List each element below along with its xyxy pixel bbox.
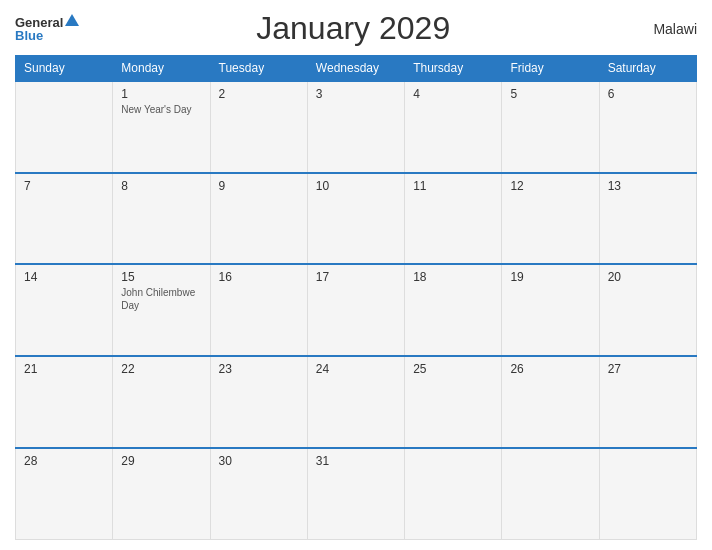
logo-blue-text: Blue bbox=[15, 29, 43, 42]
weekday-header: Saturday bbox=[599, 56, 696, 82]
calendar-week-row: 21222324252627 bbox=[16, 356, 697, 448]
calendar-week-row: 78910111213 bbox=[16, 173, 697, 265]
calendar-day-cell: 14 bbox=[16, 264, 113, 356]
day-number: 29 bbox=[121, 454, 201, 468]
calendar-day-cell bbox=[502, 448, 599, 540]
day-number: 21 bbox=[24, 362, 104, 376]
day-number: 26 bbox=[510, 362, 590, 376]
day-number: 3 bbox=[316, 87, 396, 101]
calendar-day-cell: 5 bbox=[502, 81, 599, 173]
calendar-day-cell bbox=[599, 448, 696, 540]
day-number: 18 bbox=[413, 270, 493, 284]
calendar-day-cell: 20 bbox=[599, 264, 696, 356]
day-number: 27 bbox=[608, 362, 688, 376]
calendar-day-cell: 29 bbox=[113, 448, 210, 540]
calendar-day-cell: 12 bbox=[502, 173, 599, 265]
day-number: 4 bbox=[413, 87, 493, 101]
day-number: 13 bbox=[608, 179, 688, 193]
day-number: 1 bbox=[121, 87, 201, 101]
calendar-day-cell: 19 bbox=[502, 264, 599, 356]
day-number: 24 bbox=[316, 362, 396, 376]
calendar-day-cell: 4 bbox=[405, 81, 502, 173]
day-number: 31 bbox=[316, 454, 396, 468]
day-number: 7 bbox=[24, 179, 104, 193]
calendar-day-cell: 11 bbox=[405, 173, 502, 265]
calendar-day-cell: 25 bbox=[405, 356, 502, 448]
day-number: 28 bbox=[24, 454, 104, 468]
calendar-day-cell: 16 bbox=[210, 264, 307, 356]
calendar-day-cell: 7 bbox=[16, 173, 113, 265]
calendar-day-cell: 15John Chilembwe Day bbox=[113, 264, 210, 356]
weekday-header: Tuesday bbox=[210, 56, 307, 82]
weekday-header: Thursday bbox=[405, 56, 502, 82]
day-number: 15 bbox=[121, 270, 201, 284]
calendar-header: General Blue January 2029 Malawi bbox=[15, 10, 697, 47]
calendar-week-row: 28293031 bbox=[16, 448, 697, 540]
calendar-table: SundayMondayTuesdayWednesdayThursdayFrid… bbox=[15, 55, 697, 540]
day-number: 25 bbox=[413, 362, 493, 376]
calendar-day-cell: 17 bbox=[307, 264, 404, 356]
day-number: 30 bbox=[219, 454, 299, 468]
holiday-name: John Chilembwe Day bbox=[121, 286, 201, 312]
month-title: January 2029 bbox=[79, 10, 627, 47]
logo-triangle-icon bbox=[65, 14, 79, 26]
calendar-day-cell: 31 bbox=[307, 448, 404, 540]
weekday-header: Sunday bbox=[16, 56, 113, 82]
day-number: 16 bbox=[219, 270, 299, 284]
calendar-day-cell: 27 bbox=[599, 356, 696, 448]
day-number: 5 bbox=[510, 87, 590, 101]
logo-general-text: General bbox=[15, 16, 63, 29]
country-label: Malawi bbox=[627, 21, 697, 37]
calendar-day-cell: 23 bbox=[210, 356, 307, 448]
calendar-day-cell: 8 bbox=[113, 173, 210, 265]
calendar-day-cell: 1New Year's Day bbox=[113, 81, 210, 173]
calendar-day-cell: 24 bbox=[307, 356, 404, 448]
day-number: 23 bbox=[219, 362, 299, 376]
calendar-day-cell: 22 bbox=[113, 356, 210, 448]
day-number: 22 bbox=[121, 362, 201, 376]
logo: General Blue bbox=[15, 16, 79, 42]
weekday-header: Friday bbox=[502, 56, 599, 82]
day-number: 9 bbox=[219, 179, 299, 193]
weekday-header: Monday bbox=[113, 56, 210, 82]
holiday-name: New Year's Day bbox=[121, 103, 201, 116]
calendar-week-row: 1415John Chilembwe Day1617181920 bbox=[16, 264, 697, 356]
calendar-day-cell: 18 bbox=[405, 264, 502, 356]
calendar-day-cell: 10 bbox=[307, 173, 404, 265]
day-number: 14 bbox=[24, 270, 104, 284]
calendar-week-row: 1New Year's Day23456 bbox=[16, 81, 697, 173]
day-number: 6 bbox=[608, 87, 688, 101]
calendar-day-cell: 28 bbox=[16, 448, 113, 540]
calendar-day-cell: 2 bbox=[210, 81, 307, 173]
day-number: 8 bbox=[121, 179, 201, 193]
calendar-day-cell: 30 bbox=[210, 448, 307, 540]
calendar-body: 1New Year's Day23456789101112131415John … bbox=[16, 81, 697, 540]
calendar-day-cell: 6 bbox=[599, 81, 696, 173]
calendar-container: General Blue January 2029 Malawi SundayM… bbox=[0, 0, 712, 550]
calendar-day-cell: 13 bbox=[599, 173, 696, 265]
calendar-day-cell: 26 bbox=[502, 356, 599, 448]
calendar-day-cell: 9 bbox=[210, 173, 307, 265]
day-number: 11 bbox=[413, 179, 493, 193]
weekday-header: Wednesday bbox=[307, 56, 404, 82]
day-number: 10 bbox=[316, 179, 396, 193]
calendar-day-cell bbox=[16, 81, 113, 173]
calendar-day-cell: 21 bbox=[16, 356, 113, 448]
calendar-day-cell: 3 bbox=[307, 81, 404, 173]
day-number: 17 bbox=[316, 270, 396, 284]
calendar-day-cell bbox=[405, 448, 502, 540]
day-number: 19 bbox=[510, 270, 590, 284]
day-number: 2 bbox=[219, 87, 299, 101]
calendar-header-row: SundayMondayTuesdayWednesdayThursdayFrid… bbox=[16, 56, 697, 82]
day-number: 12 bbox=[510, 179, 590, 193]
day-number: 20 bbox=[608, 270, 688, 284]
